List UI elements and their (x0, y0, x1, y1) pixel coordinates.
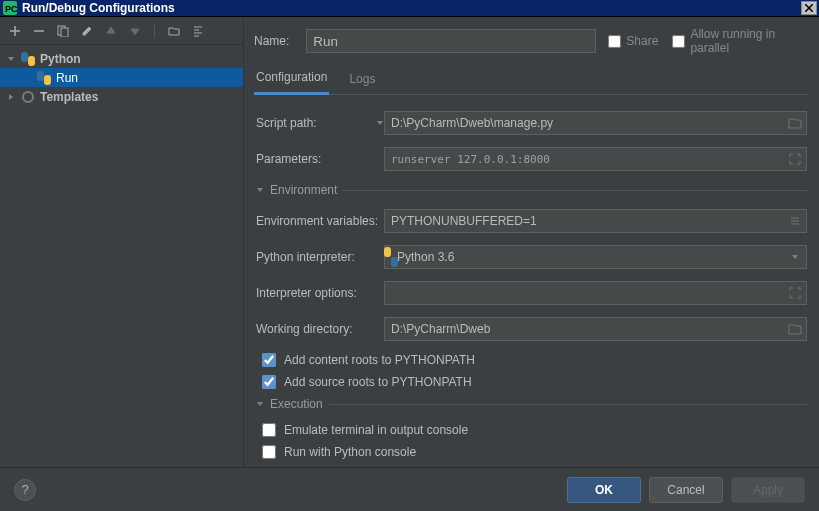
tree-item-run[interactable]: Run (0, 68, 243, 87)
move-down-icon[interactable] (128, 24, 142, 38)
chevron-down-icon (256, 183, 264, 197)
add-content-roots-label: Add content roots to PYTHONPATH (284, 353, 475, 367)
environment-section-label: Environment (270, 183, 337, 197)
chevron-down-icon (256, 397, 264, 411)
add-source-roots-checkbox[interactable] (262, 375, 276, 389)
interpreter-value: Python 3.6 (397, 250, 454, 264)
edit-defaults-icon[interactable] (80, 24, 94, 38)
environment-section-header[interactable]: Environment (256, 183, 807, 197)
help-button[interactable]: ? (14, 479, 36, 501)
add-content-roots-checkbox[interactable] (262, 353, 276, 367)
python-icon (36, 70, 52, 86)
tree-item-label: Run (56, 71, 78, 85)
parameters-label: Parameters: (256, 152, 384, 166)
name-label: Name: (254, 34, 294, 48)
window-title: Run/Debug Configurations (22, 1, 801, 15)
run-with-console-label: Run with Python console (284, 445, 416, 459)
parameters-input[interactable] (384, 147, 807, 171)
env-vars-input[interactable] (384, 209, 807, 233)
add-icon[interactable] (8, 24, 22, 38)
python-icon (20, 51, 36, 67)
collapse-icon[interactable] (191, 24, 205, 38)
add-source-roots-label: Add source roots to PYTHONPATH (284, 375, 472, 389)
config-content: Name: Share Allow running in parallel Co… (244, 17, 819, 467)
browse-folder-icon[interactable] (787, 115, 803, 131)
remove-icon[interactable] (32, 24, 46, 38)
folder-icon[interactable] (167, 24, 181, 38)
execution-section-label: Execution (270, 397, 323, 411)
run-with-console-checkbox[interactable] (262, 445, 276, 459)
form-area: Script path: Parameters: (254, 95, 809, 467)
tree-group-templates[interactable]: Templates (0, 87, 243, 106)
script-path-label: Script path: (256, 116, 317, 130)
toolbar-separator (154, 24, 155, 38)
tab-logs[interactable]: Logs (347, 66, 377, 94)
interpreter-options-input[interactable] (384, 281, 807, 305)
interpreter-options-label: Interpreter options: (256, 286, 384, 300)
gear-icon (20, 89, 36, 105)
svg-text:PC: PC (5, 4, 17, 14)
env-vars-label: Environment variables: (256, 214, 384, 228)
tree-group-label: Python (40, 52, 81, 66)
sidebar-toolbar (0, 17, 243, 45)
cancel-button[interactable]: Cancel (649, 477, 723, 503)
expand-icon[interactable] (787, 285, 803, 301)
execution-section-header[interactable]: Execution (256, 397, 807, 411)
svg-rect-3 (61, 28, 68, 37)
allow-parallel-checkbox[interactable]: Allow running in parallel (672, 27, 809, 55)
emulate-terminal-checkbox[interactable] (262, 423, 276, 437)
working-dir-input[interactable] (384, 317, 807, 341)
tabs: Configuration Logs (254, 65, 809, 95)
working-dir-label: Working directory: (256, 322, 384, 336)
chevron-right-icon[interactable] (6, 93, 16, 101)
apply-button[interactable]: Apply (731, 477, 805, 503)
dialog-footer: ? OK Cancel Apply (0, 467, 819, 511)
interpreter-label: Python interpreter: (256, 250, 384, 264)
chevron-down-icon[interactable] (6, 55, 16, 63)
tree-group-label: Templates (40, 90, 98, 104)
share-label: Share (626, 34, 658, 48)
script-path-input[interactable] (384, 111, 807, 135)
list-icon[interactable] (787, 213, 803, 229)
config-tree[interactable]: Python Run Templates (0, 45, 243, 467)
chevron-down-icon[interactable] (787, 249, 803, 265)
pycharm-app-icon: PC (2, 0, 18, 16)
script-path-label-combo[interactable]: Script path: (256, 112, 384, 134)
config-sidebar: Python Run Templates (0, 17, 244, 467)
tab-configuration[interactable]: Configuration (254, 64, 329, 95)
ok-button[interactable]: OK (567, 477, 641, 503)
name-input[interactable] (306, 29, 596, 53)
copy-icon[interactable] (56, 24, 70, 38)
share-checkbox[interactable]: Share (608, 34, 658, 48)
move-up-icon[interactable] (104, 24, 118, 38)
emulate-terminal-label: Emulate terminal in output console (284, 423, 468, 437)
close-icon[interactable] (801, 1, 817, 15)
chevron-down-icon (376, 116, 384, 130)
browse-folder-icon[interactable] (787, 321, 803, 337)
interpreter-dropdown[interactable]: Python 3.6 (384, 245, 807, 269)
section-divider (343, 190, 807, 191)
title-bar: PC Run/Debug Configurations (0, 0, 819, 17)
expand-icon[interactable] (787, 151, 803, 167)
tree-group-python[interactable]: Python (0, 49, 243, 68)
allow-parallel-label: Allow running in parallel (690, 27, 809, 55)
section-divider (329, 404, 807, 405)
